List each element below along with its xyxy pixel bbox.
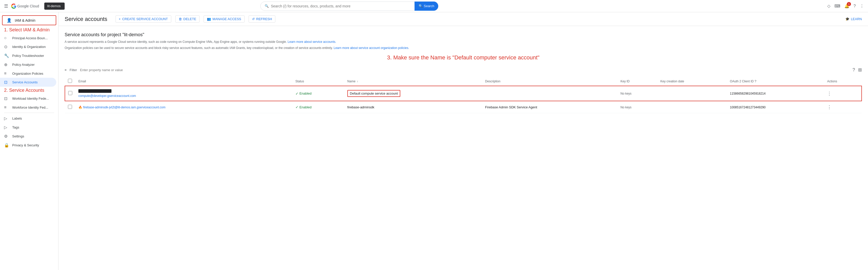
sidebar-iam-admin-header[interactable]: 👤 IAM & Admin	[2, 15, 56, 25]
learn-more-org-policies-link[interactable]: Learn more about service account organiz…	[334, 46, 409, 50]
row2-status-label: Enabled	[300, 105, 312, 109]
row2-email-link[interactable]: firebase-adminsdk-jvt2t@lit-demos.iam.gs…	[83, 106, 166, 109]
row2-checkbox-cell	[65, 101, 75, 113]
manage-access-icon: 👥	[207, 17, 211, 21]
row1-status-cell: ✓ Enabled	[292, 86, 344, 101]
key-creation-date-header-label: Key creation date	[660, 80, 684, 83]
row2-oauth2-cell: 100851672481273449290	[727, 101, 824, 113]
sidebar-item-label: Policy Analyzer	[12, 63, 35, 66]
main-content: Service accounts + CREATE SERVICE ACCOUN…	[59, 12, 868, 270]
menu-icon[interactable]: ☰	[4, 3, 8, 9]
row2-status-check-icon: ✓	[296, 105, 299, 109]
sidebar-item-org-policies[interactable]: ≡ Organization Policies	[0, 69, 56, 78]
help-icon[interactable]: ?	[854, 4, 856, 8]
sidebar-item-policy-analyzer[interactable]: ⊕ Policy Analyzer	[0, 60, 56, 69]
refresh-icon: ↺	[252, 17, 255, 21]
row1-more-icon[interactable]: ⋮	[827, 91, 832, 96]
description-header-label: Description	[485, 80, 500, 83]
row2-email-cell: 🔥 firebase-adminsdk-jvt2t@lit-demos.iam.…	[75, 101, 292, 113]
identity-org-icon: ⊙	[4, 44, 9, 49]
name-column-header[interactable]: Name ↑	[344, 77, 482, 86]
google-g-icon	[11, 4, 16, 9]
header-icons: ◇ ⌨ 🔔 1 ? ⋮	[827, 4, 864, 8]
filter-input[interactable]	[80, 68, 849, 72]
name-header-label: Name	[347, 80, 355, 83]
row1-key-id: No keys	[620, 92, 631, 96]
project-selector[interactable]: lit-demos	[44, 3, 65, 10]
sidebar-item-labels[interactable]: ▷ Labels	[0, 114, 56, 123]
search-button-label: Search	[424, 4, 434, 8]
org-policies-icon: ≡	[4, 71, 9, 76]
learn-more-service-accounts-link[interactable]: Learn more about service accounts.	[287, 40, 336, 44]
sidebar-item-principal-access[interactable]: ○ Principal Access Boun...	[0, 34, 56, 42]
cloud-shell-icon[interactable]: ⌨	[834, 4, 840, 8]
actions-header-label: Actions	[827, 80, 837, 83]
learn-button[interactable]: 🎓 LEARN	[845, 17, 862, 21]
sidebar-item-policy-troubleshooter[interactable]: 🔧 Policy Troubleshooter	[0, 51, 56, 60]
row2-status: ✓ Enabled	[296, 105, 341, 109]
main-layout: 👤 IAM & Admin 1. Select IAM & Admin ○ Pr…	[0, 12, 868, 270]
sidebar-item-label: Organization Policies	[12, 72, 43, 76]
email-header-label: Email	[79, 80, 86, 83]
row2-actions-cell: ⋮	[824, 101, 862, 113]
content-desc1: A service account represents a Google Cl…	[65, 39, 862, 44]
row1-status: ✓ Enabled	[296, 91, 341, 96]
table-header-row: Email Status Name ↑ Description	[65, 77, 862, 86]
row1-email-redacted	[79, 89, 112, 93]
table-row: 🔥 firebase-adminsdk-jvt2t@lit-demos.iam.…	[65, 101, 862, 113]
sidebar-item-label: Service Accounts	[12, 80, 38, 84]
table-help-icon[interactable]: ?	[852, 67, 855, 73]
table-row: compute@developer.gserviceaccount.com ✓ …	[65, 86, 862, 101]
sidebar-item-label: Tags	[12, 126, 19, 129]
create-icon: +	[119, 17, 121, 21]
notifications-icon[interactable]: 🔔 1	[844, 4, 849, 8]
sidebar-item-settings[interactable]: ⚙ Settings	[0, 132, 56, 141]
row2-status-cell: ✓ Enabled	[292, 101, 344, 113]
sidebar-item-service-accounts[interactable]: ⊡ Service Accounts	[0, 78, 56, 87]
create-label: CREATE SERVICE ACCOUNT	[122, 17, 168, 21]
search-input[interactable]	[271, 4, 414, 8]
create-service-account-button[interactable]: + CREATE SERVICE ACCOUNT	[116, 15, 171, 23]
row2-oauth2-id: 100851672481273449290	[730, 106, 766, 109]
sidebar-item-identity-org[interactable]: ⊙ Identity & Organization	[0, 42, 56, 51]
row2-more-icon[interactable]: ⋮	[827, 105, 832, 110]
more-options-icon[interactable]: ⋮	[860, 4, 864, 8]
logo-text: Google Cloud	[17, 4, 39, 8]
row2-name-cell: firebase-adminsdk	[344, 101, 482, 113]
manage-access-button[interactable]: 👥 MANAGE ACCESS	[204, 15, 245, 23]
sidebar-item-workforce-identity[interactable]: ≡ Workforce Identity Fed...	[0, 103, 56, 112]
row1-email-link[interactable]: compute@developer.gserviceaccount.com	[79, 94, 136, 98]
delete-button[interactable]: 🗑 DELETE	[175, 15, 200, 23]
status-column-header: Status	[292, 77, 344, 86]
settings-icon: ⚙	[4, 134, 9, 139]
select-all-header	[65, 77, 75, 86]
table-view-icons: ? ⊞	[852, 67, 862, 73]
select-all-checkbox[interactable]	[68, 79, 72, 83]
sidebar-item-privacy-security[interactable]: 🔒 Privacy & Security	[0, 141, 56, 150]
sidebar-item-workload-identity[interactable]: ⊡ Workload Identity Fede...	[0, 94, 56, 103]
row2-checkbox[interactable]	[68, 105, 72, 109]
search-button[interactable]: 🔍 Search	[414, 2, 438, 11]
refresh-button[interactable]: ↺ REFRESH	[249, 15, 275, 23]
diamond-icon[interactable]: ◇	[827, 4, 830, 8]
learn-icon: 🎓	[845, 17, 849, 21]
filter-label: Filter	[70, 68, 77, 72]
table-view-icon[interactable]: ⊞	[858, 67, 862, 73]
key-creation-date-column-header: Key creation date	[657, 77, 727, 86]
row1-description-cell	[482, 86, 617, 101]
sidebar-item-tags[interactable]: ▷ Tags	[0, 123, 56, 132]
sidebar-item-label: Workload Identity Fede...	[12, 97, 49, 101]
content-desc2-text: Organization policies can be used to sec…	[65, 46, 333, 50]
search-input-icon: 🔍	[265, 4, 269, 8]
row1-checkbox[interactable]	[68, 91, 72, 95]
content-desc1-text: A service account represents a Google Cl…	[65, 40, 287, 44]
step2-label: 2. Service Accounts	[0, 87, 58, 94]
content-title: Service accounts for project "lit-demos"	[65, 32, 862, 37]
notification-count: 1	[847, 2, 851, 6]
workload-identity-icon: ⊡	[4, 96, 9, 101]
privacy-security-icon: 🔒	[4, 143, 9, 147]
service-accounts-table: Email Status Name ↑ Description	[65, 77, 862, 113]
oauth2-help-icon[interactable]: ?	[754, 79, 756, 83]
page-topbar: Service accounts + CREATE SERVICE ACCOUN…	[59, 12, 868, 26]
row1-name-cell: Default compute service account	[344, 86, 482, 101]
